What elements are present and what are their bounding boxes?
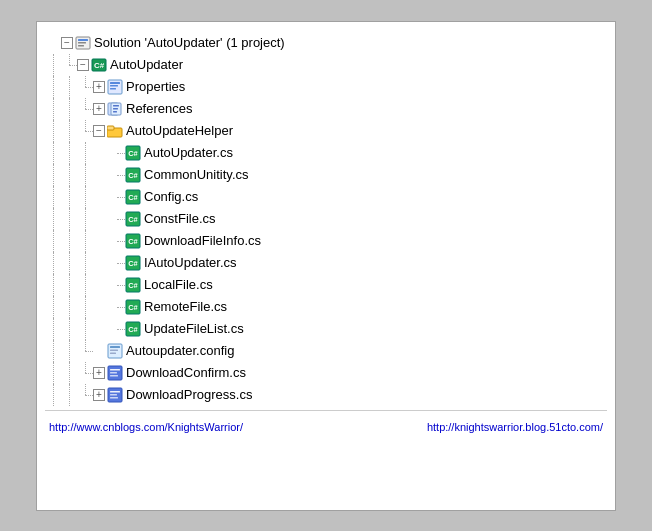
svg-rect-14	[113, 111, 117, 113]
cs-file-row[interactable]: C# AutoUpdater.cs	[45, 142, 607, 164]
references-expander[interactable]: +	[93, 103, 105, 115]
v1	[45, 340, 61, 362]
svg-rect-12	[113, 105, 119, 107]
v4	[93, 230, 109, 252]
cs-file-row[interactable]: C# ConstFile.cs	[45, 208, 607, 230]
svg-rect-16	[107, 126, 114, 130]
v1	[45, 296, 61, 318]
cs-file-row[interactable]: C# LocalFile.cs	[45, 274, 607, 296]
svg-text:C#: C#	[128, 303, 138, 312]
v4	[93, 208, 109, 230]
cs-icon: C#	[125, 299, 141, 315]
svg-text:C#: C#	[128, 259, 138, 268]
properties-icon	[107, 79, 123, 95]
v2	[61, 142, 77, 164]
v1	[45, 362, 61, 384]
v2	[61, 274, 77, 296]
solution-explorer-window: − Solution 'AutoUpdater' (1 project) −	[36, 21, 616, 511]
branch-last	[77, 384, 93, 406]
solution-label: Solution 'AutoUpdater' (1 project)	[94, 32, 285, 53]
v3	[77, 318, 93, 340]
v2	[61, 208, 77, 230]
v1	[45, 164, 61, 186]
svg-rect-38	[110, 352, 116, 354]
svg-text:C#: C#	[128, 215, 138, 224]
form-expander[interactable]: +	[93, 389, 105, 401]
hline	[109, 296, 125, 318]
hline	[109, 142, 125, 164]
svg-rect-2	[78, 42, 86, 44]
solution-tree: − Solution 'AutoUpdater' (1 project) −	[45, 30, 607, 406]
cs-label: CommonUnitity.cs	[144, 164, 249, 185]
form-label: DownloadProgress.cs	[126, 384, 252, 405]
project-expander[interactable]: −	[77, 59, 89, 71]
form-file-row[interactable]: + DownloadConfirm.cs	[45, 362, 607, 384]
references-row[interactable]: + References	[45, 98, 607, 120]
cs-file-row[interactable]: C# Config.cs	[45, 186, 607, 208]
cs-label: RemoteFile.cs	[144, 296, 227, 317]
cs-icon: C#	[125, 189, 141, 205]
v4	[93, 318, 109, 340]
v4	[93, 296, 109, 318]
form-icon	[107, 387, 123, 403]
footer-link-1[interactable]: http://www.cnblogs.com/KnightsWarrior/	[49, 421, 243, 433]
cs-label: LocalFile.cs	[144, 274, 213, 295]
project-row[interactable]: − C# AutoUpdater	[45, 54, 607, 76]
project-icon: C#	[91, 57, 107, 73]
svg-rect-41	[110, 372, 117, 374]
folder-expander[interactable]: −	[93, 125, 105, 137]
v2	[61, 384, 77, 406]
svg-rect-45	[110, 394, 117, 396]
svg-rect-1	[78, 39, 88, 41]
v1	[45, 76, 61, 98]
hline	[109, 252, 125, 274]
cs-file-row[interactable]: C# IAutoUpdater.cs	[45, 252, 607, 274]
svg-text:C#: C#	[128, 237, 138, 246]
cs-file-row[interactable]: C# CommonUnitity.cs	[45, 164, 607, 186]
properties-expander[interactable]: +	[93, 81, 105, 93]
svg-text:C#: C#	[128, 281, 138, 290]
v4	[93, 274, 109, 296]
v4	[93, 186, 109, 208]
branch	[77, 362, 93, 384]
v4	[93, 164, 109, 186]
footer-link-2[interactable]: http://knightswarrior.blog.51cto.com/	[427, 421, 603, 433]
v1	[45, 98, 61, 120]
svg-rect-42	[110, 375, 118, 377]
v3	[77, 164, 93, 186]
solution-row[interactable]: − Solution 'AutoUpdater' (1 project)	[45, 32, 607, 54]
form-file-row[interactable]: + DownloadProgress.cs	[45, 384, 607, 406]
v3	[77, 230, 93, 252]
svg-rect-13	[113, 108, 118, 110]
v1	[45, 186, 61, 208]
config-icon	[107, 343, 123, 359]
v2	[61, 296, 77, 318]
cs-file-row[interactable]: C# UpdateFileList.cs	[45, 318, 607, 340]
v4	[93, 252, 109, 274]
v1	[45, 384, 61, 406]
v1	[45, 208, 61, 230]
svg-rect-40	[110, 369, 120, 371]
svg-rect-3	[78, 45, 84, 47]
solution-expander[interactable]: −	[61, 37, 73, 49]
config-row[interactable]: Autoupdater.config	[45, 340, 607, 362]
v3	[77, 296, 93, 318]
v2	[61, 362, 77, 384]
folder-row[interactable]: − AutoUpdateHelper	[45, 120, 607, 142]
cs-file-row[interactable]: C# RemoteFile.cs	[45, 296, 607, 318]
cs-icon: C#	[125, 145, 141, 161]
cs-icon: C#	[125, 255, 141, 271]
cs-file-row[interactable]: C# DownloadFileInfo.cs	[45, 230, 607, 252]
form-expander[interactable]: +	[93, 367, 105, 379]
v3	[77, 208, 93, 230]
svg-text:C#: C#	[128, 149, 138, 158]
hline	[109, 230, 125, 252]
cs-icon: C#	[125, 277, 141, 293]
svg-rect-8	[110, 85, 118, 87]
indent-1	[45, 32, 61, 54]
footer: http://www.cnblogs.com/KnightsWarrior/ h…	[45, 415, 607, 435]
svg-rect-9	[110, 88, 116, 90]
properties-row[interactable]: + Properties	[45, 76, 607, 98]
svg-rect-46	[110, 397, 118, 399]
v2	[61, 98, 77, 120]
